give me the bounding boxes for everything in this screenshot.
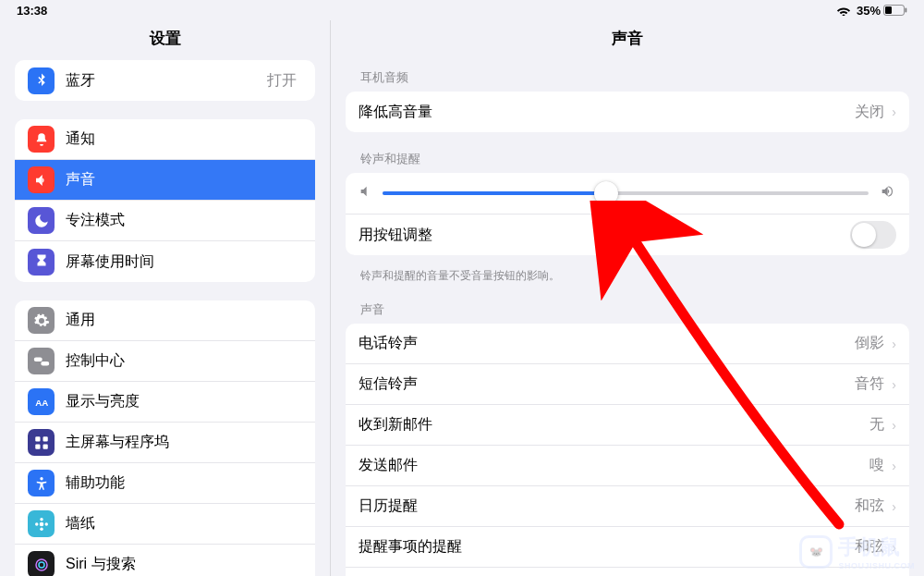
detail-title: 声音	[331, 20, 924, 60]
sidebar-item-display[interactable]: AA 显示与亮度	[15, 382, 315, 423]
sidebar-item-label: 通用	[66, 311, 302, 330]
status-time: 13:38	[17, 4, 47, 18]
toggle-change-with-buttons[interactable]	[850, 221, 896, 249]
sidebar-item-value: 打开	[267, 71, 297, 91]
sidebar-item-wallpaper[interactable]: 墙纸	[15, 504, 315, 545]
footer-ringer: 铃声和提醒的音量不受音量按钮的影响。	[331, 263, 924, 288]
chevron-right-icon: ›	[892, 459, 896, 473]
svg-rect-6	[35, 444, 40, 448]
section-header-sounds: 声音	[331, 296, 924, 324]
sidebar-group-connectivity: 蓝牙 打开	[15, 60, 315, 101]
row-sound-2[interactable]: 收到新邮件无›	[346, 405, 909, 446]
svg-point-8	[40, 477, 43, 480]
slider-thumb[interactable]	[594, 181, 618, 205]
sidebar-item-label: 声音	[66, 170, 302, 190]
group-headphones: 降低高音量 关闭 ›	[346, 92, 909, 132]
speaker-icon	[28, 166, 55, 193]
sidebar-item-bluetooth[interactable]: 蓝牙 打开	[15, 60, 315, 101]
row-label: 降低高音量	[359, 103, 855, 122]
row-label: 发送邮件	[359, 456, 869, 475]
wifi-icon	[836, 5, 851, 16]
svg-rect-2	[906, 8, 907, 13]
chevron-right-icon: ›	[892, 377, 896, 392]
watermark-text: 手机鼠	[838, 533, 915, 561]
chevron-right-icon: ›	[892, 104, 896, 119]
svg-point-15	[39, 562, 44, 568]
svg-point-11	[40, 527, 43, 530]
row-sound-1[interactable]: 短信铃声音符›	[346, 364, 909, 405]
sidebar-item-label: 墙纸	[66, 514, 302, 533]
svg-point-10	[40, 518, 43, 521]
sidebar-group-attention: 通知 声音 专注模式 屏幕使用时间	[15, 119, 315, 282]
section-header-headphones: 耳机音频	[331, 64, 924, 92]
watermark-sub: SHOUJISHU.COM	[838, 561, 915, 570]
aa-icon: AA	[28, 388, 55, 415]
moon-icon	[28, 207, 55, 234]
volume-high-icon	[878, 184, 896, 202]
row-value: 倒影	[855, 334, 884, 353]
chevron-right-icon: ›	[892, 499, 896, 514]
row-label: 短信铃声	[359, 374, 855, 394]
bluetooth-icon	[28, 67, 55, 94]
sidebar-title: 设置	[0, 20, 330, 60]
row-label: 提醒事项的提醒	[359, 537, 855, 557]
row-sound-0[interactable]: 电话铃声倒影›	[346, 324, 909, 364]
section-header-ringer: 铃声和提醒	[331, 145, 924, 173]
sidebar-item-label: 屏幕使用时间	[66, 252, 302, 272]
row-sound-4[interactable]: 日历提醒和弦›	[346, 486, 909, 527]
watermark: 🐭 手机鼠 SHOUJISHU.COM	[799, 533, 915, 570]
settings-sidebar[interactable]: 设置 蓝牙 打开 通知 声音	[0, 20, 331, 576]
sidebar-item-label: 主屏幕与程序坞	[66, 433, 302, 452]
watermark-icon: 🐭	[799, 535, 833, 569]
row-label: 电话铃声	[359, 334, 855, 353]
svg-point-9	[39, 521, 43, 526]
chevron-right-icon: ›	[892, 418, 896, 433]
row-change-with-buttons[interactable]: 用按钮调整	[346, 214, 909, 255]
svg-point-12	[35, 522, 38, 525]
flower-icon	[28, 510, 55, 537]
svg-rect-5	[43, 436, 47, 441]
row-reduce-loud-sounds[interactable]: 降低高音量 关闭 ›	[346, 92, 909, 132]
group-ringer: 用按钮调整	[346, 173, 909, 255]
sidebar-item-focus[interactable]: 专注模式	[15, 201, 315, 241]
sidebar-item-notifications[interactable]: 通知	[15, 119, 315, 160]
sidebar-item-label: 专注模式	[66, 211, 302, 230]
chevron-right-icon: ›	[892, 337, 896, 351]
bell-icon	[28, 126, 55, 153]
svg-rect-4	[35, 436, 40, 441]
row-label: 用按钮调整	[359, 226, 850, 245]
row-value: 和弦	[855, 496, 884, 516]
sidebar-item-control-center[interactable]: 控制中心	[15, 341, 315, 382]
row-label: 日历提醒	[359, 496, 855, 516]
svg-point-13	[44, 522, 47, 525]
sidebar-item-screentime[interactable]: 屏幕使用时间	[15, 241, 315, 282]
sidebar-item-general[interactable]: 通用	[15, 300, 315, 341]
ringer-volume-slider-row	[346, 173, 909, 214]
sidebar-item-label: 辅助功能	[66, 473, 302, 493]
sidebar-item-label: 蓝牙	[66, 71, 267, 91]
sidebar-group-general: 通用 控制中心 AA 显示与亮度 主屏幕与程序坞 辅助功能 墙纸	[15, 300, 315, 576]
row-value: 音符	[855, 374, 884, 394]
volume-low-icon	[359, 184, 373, 202]
sidebar-item-label: Siri 与搜索	[66, 555, 302, 574]
siri-icon	[28, 551, 55, 576]
sidebar-item-homescreen[interactable]: 主屏幕与程序坞	[15, 423, 315, 463]
toggle-knob	[852, 223, 876, 247]
battery-icon: 35%	[857, 4, 907, 18]
row-sound-3[interactable]: 发送邮件嗖›	[346, 446, 909, 486]
row-value: 关闭	[855, 103, 884, 122]
sidebar-item-label: 显示与亮度	[66, 392, 302, 411]
accessibility-icon	[28, 470, 55, 496]
svg-rect-7	[43, 444, 47, 448]
grid-icon	[28, 429, 55, 456]
detail-pane[interactable]: 声音 耳机音频 降低高音量 关闭 › 铃声和提醒	[331, 20, 924, 576]
svg-point-14	[36, 559, 47, 570]
ringer-volume-slider[interactable]	[383, 191, 869, 195]
row-value: 无	[869, 415, 884, 435]
battery-percent: 35%	[857, 4, 881, 18]
sidebar-item-siri[interactable]: Siri 与搜索	[15, 545, 315, 576]
sidebar-item-label: 通知	[66, 129, 302, 149]
sidebar-item-accessibility[interactable]: 辅助功能	[15, 463, 315, 504]
status-bar: 13:38 35%	[0, 0, 924, 20]
sidebar-item-sounds[interactable]: 声音	[15, 160, 315, 201]
